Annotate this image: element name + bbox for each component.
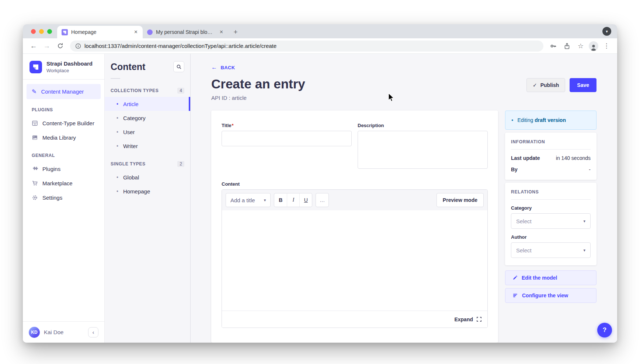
sidebar-item-label: Content-Type Builder	[42, 120, 94, 126]
italic-button[interactable]: I	[287, 193, 299, 207]
subnav-item-article[interactable]: • Article	[105, 97, 190, 111]
edit-model-button[interactable]: Edit the model	[505, 270, 596, 285]
sidebar-item-label: Media Library	[42, 134, 76, 141]
category-select[interactable]: Select ▾	[511, 213, 591, 229]
tab-search-button[interactable]: ▾	[602, 27, 611, 36]
main-sidebar: Strapi Dashboard Workplace ✎ Content Man…	[23, 54, 105, 343]
gear-icon	[32, 195, 38, 201]
select-placeholder: Select	[516, 247, 532, 253]
select-placeholder: Select	[516, 218, 532, 224]
content-field-label: Content	[222, 181, 488, 187]
subnav-item-category[interactable]: • Category	[105, 111, 190, 125]
content-subnav: Content COLLECTION TYPES 4 • Article • C…	[105, 54, 191, 343]
heading-select[interactable]: Add a title ▾	[226, 193, 271, 207]
forward-button[interactable]: →	[41, 41, 52, 52]
minimize-window-button[interactable]	[39, 29, 44, 34]
edit-model-label: Edit the model	[522, 275, 557, 281]
close-tab-icon[interactable]: ×	[133, 29, 139, 35]
save-button[interactable]: Save	[570, 78, 596, 92]
single-types-count-badge: 2	[177, 161, 184, 167]
browser-tab-blog[interactable]: My personal Strapi blog | Strap ×	[143, 26, 228, 38]
subnav-item-user[interactable]: • User	[105, 125, 190, 139]
browser-menu-icon[interactable]: ⋮	[601, 41, 612, 52]
address-bar[interactable]: localhost:1337/admin/content-manager/col…	[70, 41, 543, 52]
subnav-item-label: Category	[123, 115, 146, 121]
browser-tab-homepage[interactable]: Homepage ×	[57, 26, 143, 38]
subnav-item-label: Global	[123, 174, 139, 181]
zoom-window-button[interactable]	[47, 29, 52, 34]
window-controls	[23, 24, 57, 38]
layout-icon	[32, 120, 38, 126]
subnav-item-writer[interactable]: • Writer	[105, 139, 190, 153]
bullet-icon: •	[116, 174, 118, 180]
list-settings-icon	[512, 293, 518, 298]
subnav-item-homepage[interactable]: • Homepage	[105, 184, 190, 198]
sidebar-item-label: Content Manager	[41, 88, 84, 95]
collapse-sidebar-button[interactable]: ‹	[88, 327, 98, 337]
category-field-label: Category	[511, 205, 591, 211]
bookmark-star-icon[interactable]: ☆	[575, 41, 586, 52]
puzzle-icon	[32, 166, 38, 172]
title-field-label: Title*	[222, 123, 352, 128]
sidebar-section-general: GENERAL	[23, 145, 104, 162]
search-button[interactable]	[173, 61, 184, 72]
sidebar-item-plugins[interactable]: Plugins	[23, 162, 104, 176]
workspace-brand[interactable]: Strapi Dashboard Workplace	[23, 54, 104, 78]
title-input[interactable]	[222, 131, 352, 146]
back-arrow-icon: ←	[211, 64, 217, 71]
required-mark: *	[232, 123, 234, 128]
cart-icon	[32, 180, 38, 186]
editing-draft-banner: ● Editing draft version	[505, 111, 596, 130]
site-info-icon[interactable]	[75, 43, 81, 49]
expand-button[interactable]: Expand	[454, 316, 482, 322]
chevron-down-icon: ▾	[583, 219, 585, 224]
tab-title: My personal Strapi blog | Strap	[156, 29, 215, 35]
entry-side-panel: ● Editing draft version INFORMATION Last…	[505, 111, 596, 303]
author-select[interactable]: Select ▾	[511, 242, 591, 258]
sidebar-item-label: Settings	[42, 195, 62, 201]
strapi-app: Strapi Dashboard Workplace ✎ Content Man…	[23, 54, 617, 343]
help-button[interactable]: ?	[597, 323, 612, 337]
subnav-item-label: User	[123, 129, 135, 135]
bold-button[interactable]: B	[274, 193, 287, 207]
reload-button[interactable]	[55, 41, 66, 52]
sidebar-item-settings[interactable]: Settings	[23, 190, 104, 205]
back-button[interactable]: ←	[28, 41, 39, 52]
relations-title: RELATIONS	[511, 189, 591, 195]
share-icon[interactable]	[561, 41, 573, 52]
sidebar-item-label: Plugins	[42, 166, 60, 172]
user-avatar[interactable]: KD	[29, 327, 40, 338]
description-textarea[interactable]	[358, 131, 488, 169]
publish-button[interactable]: ✓ Publish	[526, 78, 565, 92]
bullet-icon: •	[116, 188, 118, 194]
chevron-down-icon: ▾	[264, 198, 266, 203]
workspace-subtitle: Workplace	[46, 68, 93, 73]
configure-view-button[interactable]: Configure the view	[505, 288, 596, 303]
sidebar-item-media-library[interactable]: Media Library	[23, 130, 104, 145]
info-label: Last update	[511, 155, 540, 161]
browser-tab-strip: Homepage × My personal Strapi blog | Str…	[23, 24, 617, 38]
info-label: By	[511, 167, 518, 172]
publish-label: Publish	[540, 82, 559, 88]
expand-icon	[476, 316, 482, 322]
more-formats-button[interactable]: …	[316, 193, 329, 207]
back-link[interactable]: ← BACK	[211, 64, 235, 71]
close-window-button[interactable]	[31, 29, 36, 34]
rich-text-editor: Add a title ▾ B I U … Previe	[222, 189, 488, 328]
password-key-icon[interactable]	[548, 41, 559, 52]
close-tab-icon[interactable]: ×	[218, 29, 225, 35]
image-icon	[32, 134, 38, 141]
mouse-cursor	[388, 93, 396, 102]
sidebar-item-marketplace[interactable]: Marketplace	[23, 176, 104, 190]
editor-body[interactable]	[222, 210, 487, 311]
sidebar-item-content-manager[interactable]: ✎ Content Manager	[27, 84, 101, 99]
group-label-collection-types: COLLECTION TYPES	[111, 88, 159, 93]
subnav-divider	[111, 78, 120, 79]
subnav-item-global[interactable]: • Global	[105, 170, 190, 184]
browser-profile-avatar[interactable]	[589, 41, 598, 51]
check-icon: ✓	[533, 82, 537, 88]
sidebar-item-content-type-builder[interactable]: Content-Type Builder	[23, 116, 104, 130]
preview-mode-button[interactable]: Preview mode	[436, 193, 484, 207]
underline-button[interactable]: U	[299, 193, 312, 207]
new-tab-button[interactable]: +	[230, 27, 241, 37]
